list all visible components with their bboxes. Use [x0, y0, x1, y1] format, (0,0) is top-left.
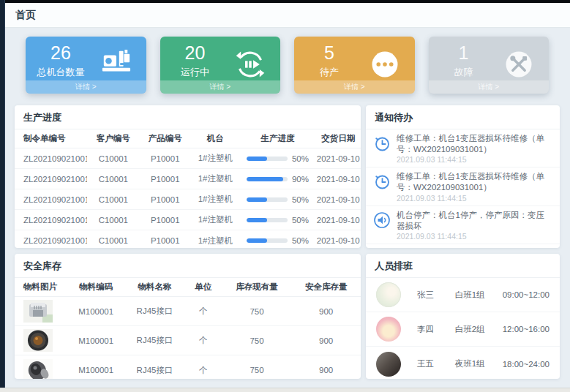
progress-cell: 50%: [239, 195, 315, 204]
production-table-row[interactable]: ZL202109021001C10001P100011#注塑机50%2021-0…: [15, 210, 361, 230]
production-col-header: 产品编号: [139, 133, 191, 144]
stat-card-value: 26: [26, 42, 96, 64]
customer-number: C10001: [87, 195, 139, 204]
progress-label: 90%: [292, 175, 309, 184]
production-table-body: ZL202109021001C10001P100011#注塑机50%2021-0…: [15, 148, 361, 248]
machine-icon: [101, 49, 132, 74]
staff-time-range: 18:00~24:00: [503, 360, 550, 369]
stat-card-2[interactable]: 20运行中详情 >: [160, 37, 281, 94]
notifications-title: 通知待办: [366, 105, 560, 129]
staff-time-range: 12:00~16:00: [503, 325, 550, 333]
notification-body: 维修工单：机台1变压器损坏待维修（单号：WX202109031001）2021.…: [397, 171, 552, 202]
stat-card-detail-link[interactable]: 详情 >: [26, 80, 146, 94]
production-col-header: 交货日期: [315, 133, 360, 144]
staff-schedule-row[interactable]: 张三白班1组09:00~12:00: [366, 278, 560, 312]
stock-table-row[interactable]: M100001RJ45接口个750900: [15, 355, 361, 379]
stat-card-detail-link[interactable]: 详情 >: [160, 80, 281, 94]
progress-fill: [247, 218, 267, 222]
progress-label: 50%: [292, 154, 309, 163]
product-number: P10001: [139, 195, 191, 204]
round-speaker-photo: [23, 329, 53, 352]
stat-card-1[interactable]: 26总机台数量详情 >: [26, 37, 146, 94]
notifications-panel: 通知待办 维修工单：机台1变压器损坏待维修（单号：WX202109031001）…: [366, 105, 560, 248]
progress-bar: 50%: [239, 195, 315, 204]
stock-col-header: 物料图片: [15, 282, 67, 293]
fault-icon: [503, 49, 534, 74]
production-table-row[interactable]: ZL202109021001C10001P100011#注塑机50%2021-0…: [15, 148, 361, 169]
progress-label: 50%: [292, 236, 309, 245]
stat-card-label: 运行中: [160, 66, 230, 79]
stat-card-label: 故障: [429, 66, 499, 79]
customer-number: C10001: [87, 175, 139, 184]
progress-cell: 90%: [239, 175, 315, 184]
window-bottom-edge: [0, 388, 570, 392]
stat-card-4[interactable]: 1故障详情 >: [429, 37, 550, 94]
material-name: RJ45接口: [125, 306, 184, 317]
safety-stock-qty: 900: [291, 307, 361, 316]
stat-card-3[interactable]: 5待产详情 >: [294, 37, 415, 94]
notification-item[interactable]: 维修工单：机台1变压器损坏待维修（单号：WX202109031001）2021.…: [366, 129, 560, 167]
progress-bar: 50%: [239, 216, 315, 225]
order-number: ZL202109021001: [15, 236, 87, 245]
stat-cards-row: 26总机台数量详情 >20运行中详情 >5待产详情 >1故障详情 >: [26, 37, 549, 94]
material-code: M100001: [67, 307, 125, 316]
stat-card-value: 1: [429, 42, 499, 64]
notification-item[interactable]: 计划暂停：机台1生产计划已暂停2021.09.03 11:44:15: [366, 244, 560, 248]
safety-stock-qty: 900: [291, 366, 361, 374]
staff-shift: 白班1组: [455, 290, 503, 301]
product-number: P10001: [139, 216, 191, 225]
progress-track: [247, 238, 288, 243]
staff-schedule-row[interactable]: 王五夜班1组18:00~24:00: [366, 347, 560, 379]
staff-schedule-panel: 人员排班 张三白班1组09:00~12:00李四白班2组12:00~16:00王…: [366, 254, 560, 379]
progress-cell: 50%: [239, 154, 315, 163]
production-table-row[interactable]: ZL202109021001C10001P100011#注塑机50%2021-0…: [15, 189, 361, 210]
notification-item[interactable]: 机台停产：机台1停产，停产原因：变压器损坏2021.09.03 11:44:15: [366, 206, 560, 244]
progress-bar: 90%: [239, 175, 315, 184]
stat-card-detail-link[interactable]: 详情 >: [429, 80, 550, 94]
clock-icon: [373, 135, 391, 152]
production-table-row[interactable]: ZL202109021001C10001P100011#注塑机90%2021-0…: [15, 169, 361, 189]
staff-schedule-row[interactable]: 李四白班2组12:00~16:00: [366, 312, 560, 347]
stat-card-label: 待产: [294, 66, 364, 79]
order-number: ZL202109021001: [15, 154, 87, 163]
stock-col-header: 物料编码: [67, 282, 125, 293]
staff-shift: 夜班1组: [455, 358, 503, 369]
customer-number: C10001: [87, 236, 139, 245]
notifications-list: 维修工单：机台1变压器损坏待维修（单号：WX202109031001）2021.…: [366, 129, 560, 248]
order-number: ZL202109021001: [15, 195, 87, 204]
zhangsan-avatar: [376, 282, 401, 307]
order-number: ZL202109021001: [15, 175, 87, 184]
tab-home[interactable]: 首页: [15, 9, 36, 22]
clock-icon: [373, 173, 391, 190]
material-unit: 个: [184, 335, 222, 346]
topbar: 首页: [5, 3, 570, 28]
material-photo-cell: [15, 329, 67, 352]
production-col-header: 客户编号: [87, 133, 139, 144]
progress-track: [247, 218, 288, 222]
progress-fill: [247, 177, 283, 181]
staff-name: 张三: [417, 290, 455, 301]
material-photo-cell: [15, 300, 67, 323]
notification-item[interactable]: 维修工单：机台1变压器损坏待维修（单号：WX202109031001）2021.…: [366, 167, 560, 206]
production-col-header: 生产进度: [239, 133, 315, 144]
stock-col-header: 单位: [184, 282, 222, 293]
machine-name: 1#注塑机: [191, 235, 239, 246]
progress-fill: [247, 197, 267, 202]
stock-table-row[interactable]: M100001RJ45接口个750900: [15, 297, 361, 326]
material-code: M100001: [67, 366, 125, 374]
notification-time: 2021.09.03 11:44:15: [397, 155, 552, 164]
stock-table-row[interactable]: M100001RJ45接口个750900: [15, 326, 361, 355]
panels-grid: 生产进度 制令单编号客户编号产品编号机台生产进度交货日期 ZL202109021…: [15, 105, 560, 379]
progress-fill: [247, 157, 267, 161]
stat-card-label: 总机台数量: [26, 66, 96, 79]
delivery-date: 2021-09-10: [315, 195, 360, 204]
progress-track: [247, 157, 288, 161]
machine-name: 1#注塑机: [191, 153, 239, 164]
customer-number: C10001: [87, 216, 139, 225]
running-icon: [235, 49, 266, 74]
stat-card-detail-link[interactable]: 详情 >: [294, 80, 415, 94]
production-table-row[interactable]: ZL202109021001C10001P100011#注塑机50%2021-0…: [15, 230, 361, 248]
order-number: ZL202109021001: [15, 216, 87, 225]
dashboard-content: 26总机台数量详情 >20运行中详情 >5待产详情 >1故障详情 > 生产进度 …: [5, 28, 570, 388]
staff-schedule-title: 人员排班: [366, 254, 560, 278]
